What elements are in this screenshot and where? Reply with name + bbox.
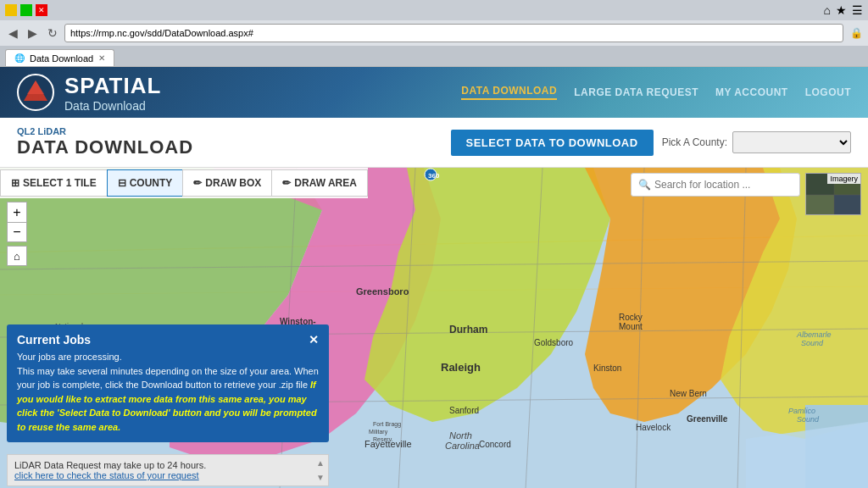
svg-text:Rocky: Rocky [619,313,643,322]
svg-text:Greensboro: Greensboro [356,286,409,297]
svg-text:Mount: Mount [619,322,643,331]
address-bar[interactable] [64,24,843,42]
home-icon[interactable]: ⌂ [824,3,831,17]
logo-emblem [17,74,54,111]
jobs-processing-text: Your jobs are processing. [17,350,319,364]
svg-text:Greenville: Greenville [687,414,728,424]
svg-text:Durham: Durham [449,324,487,336]
jobs-title-text: Current Jobs [17,333,91,347]
svg-text:Albemarle: Albemarle [796,330,832,339]
county-picker: Pick A County: [662,131,851,153]
draw-area-icon: ✏ [282,177,291,189]
map-body: ⊞ SELECT 1 TILE ⊟ COUNTY ✏ DRAW BOX ✏ DR… [0,168,868,488]
zoom-in-button[interactable]: + [7,202,27,222]
tile-icon: ⊞ [11,177,19,189]
jobs-body: Your jobs are processing. This may take … [17,350,319,434]
tab-close-icon[interactable]: ✕ [98,53,105,63]
page-title-area: QL2 LiDAR DATA DOWNLOAD [17,126,193,158]
select-tile-label: SELECT 1 TILE [23,177,97,189]
nav-my-account[interactable]: MY ACCOUNT [715,86,788,98]
svg-text:Kinston: Kinston [593,363,621,373]
zoom-out-button[interactable]: − [7,222,27,242]
browser-titlebar: ✕ ⌂ ★ ☰ [0,0,868,20]
menu-icon[interactable]: ☰ [852,3,863,17]
jobs-message: LiDAR Data Request may take up to 24 hou… [7,454,329,486]
minimize-btn[interactable] [5,4,17,16]
back-button[interactable]: ◀ [5,25,21,42]
svg-text:Reserv.: Reserv. [373,436,393,442]
svg-rect-55 [834,195,861,215]
page-actions: SELECT DATA TO DOWNLOAD Pick A County: [451,130,852,156]
security-icon: 🔒 [850,27,863,39]
svg-text:Sound: Sound [801,339,824,347]
search-input[interactable] [654,179,793,191]
svg-text:Sound: Sound [797,415,820,424]
forward-button[interactable]: ▶ [25,25,41,42]
svg-text:New Bern: New Bern [670,389,707,398]
jobs-panel: Current Jobs ✕ Your jobs are processing.… [7,324,329,442]
svg-marker-1 [27,80,44,94]
star-icon[interactable]: ★ [836,3,847,17]
browser-tabs: 🌐 Data Download ✕ [0,46,868,66]
nav-data-download[interactable]: DATA DOWNLOAD [461,85,557,100]
close-btn[interactable]: ✕ [36,4,47,16]
nav-logout[interactable]: LOGOUT [805,86,851,98]
maximize-btn[interactable] [20,4,32,16]
svg-text:Fort Bragg: Fort Bragg [373,421,401,428]
svg-text:North: North [449,430,472,441]
draw-box-label: DRAW BOX [205,177,261,189]
imagery-thumb[interactable]: Imagery [805,173,861,215]
page-header: QL2 LiDAR DATA DOWNLOAD SELECT DATA TO D… [0,118,868,168]
svg-text:Havelock: Havelock [636,423,671,432]
header-nav: DATA DOWNLOAD LARGE DATA REQUEST MY ACCO… [461,85,851,100]
svg-text:Pamlico: Pamlico [788,407,815,415]
svg-text:Raleigh: Raleigh [441,361,481,374]
county-icon: ⊟ [118,177,126,189]
jobs-message-link: click here to check the status of your r… [14,470,321,480]
jobs-detail-text: This may take several minutes depending … [17,364,319,435]
svg-rect-54 [806,195,834,215]
map-toolbar: ⊞ SELECT 1 TILE ⊟ COUNTY ✏ DRAW BOX ✏ DR… [0,168,368,198]
svg-text:Military: Military [369,429,388,435]
select-data-button[interactable]: SELECT DATA TO DOWNLOAD [451,130,654,156]
jobs-status-link[interactable]: click here to check the status of your r… [14,470,199,480]
scroll-up-arrow[interactable]: ▲ [316,458,325,468]
tab-title: Data Download [30,53,93,64]
active-tab[interactable]: 🌐 Data Download ✕ [5,49,114,66]
jobs-title: Current Jobs ✕ [17,333,319,347]
imagery-label: Imagery [827,174,860,184]
map-search[interactable]: 🔍 [631,173,800,197]
tab-favicon: 🌐 [14,53,25,63]
zoom-controls: + − ⌂ [7,202,27,266]
svg-text:360: 360 [428,172,440,180]
map-container[interactable]: Winston- Salem Greensboro Durham Raleigh… [0,168,868,488]
logo-area: SPATIAL Data Download [17,73,161,113]
jobs-message-line1: LiDAR Data Request may take up to 24 hou… [14,460,321,470]
page-subtitle: QL2 LiDAR [17,126,193,136]
county-label: Pick A County: [662,136,727,148]
refresh-button[interactable]: ↻ [44,25,61,42]
svg-text:Concord: Concord [479,440,511,449]
logo-subtitle: Data Download [64,99,161,113]
nav-large-data-request[interactable]: LARGE DATA REQUEST [574,86,698,98]
svg-text:Sanford: Sanford [449,406,479,415]
svg-text:Carolina: Carolina [445,441,480,451]
logo-title: SPATIAL [64,73,161,99]
svg-text:Goldsboro: Goldsboro [534,338,574,347]
scroll-down-arrow[interactable]: ▼ [316,473,325,482]
svg-point-2 [32,94,39,101]
draw-box-button[interactable]: ✏ DRAW BOX [182,169,271,197]
draw-area-label: DRAW AREA [294,177,357,189]
jobs-close-button[interactable]: ✕ [309,333,319,347]
browser-toolbar: ◀ ▶ ↻ 🔒 [0,20,868,46]
county-label: COUNTY [130,177,173,189]
select-tile-button[interactable]: ⊞ SELECT 1 TILE [0,169,107,197]
app-header: SPATIAL Data Download DATA DOWNLOAD LARG… [0,67,868,118]
draw-box-icon: ✏ [193,177,202,189]
home-button[interactable]: ⌂ [7,246,27,266]
logo-text: SPATIAL Data Download [64,73,161,113]
county-select[interactable] [732,131,851,153]
search-icon: 🔍 [638,179,651,191]
draw-area-button[interactable]: ✏ DRAW AREA [271,169,368,197]
county-button[interactable]: ⊟ COUNTY [107,169,183,197]
